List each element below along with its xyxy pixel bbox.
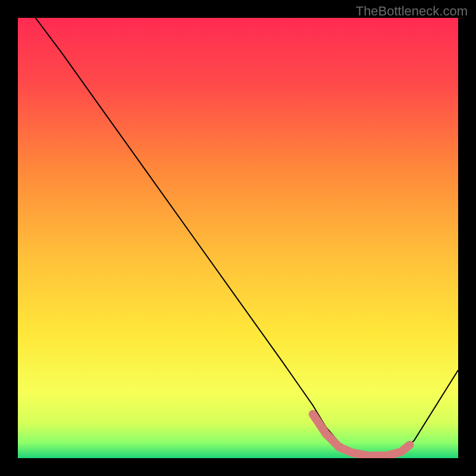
bottleneck-chart (18, 18, 458, 458)
watermark-text: TheBottleneck.com (356, 4, 468, 19)
chart-container (18, 18, 458, 458)
